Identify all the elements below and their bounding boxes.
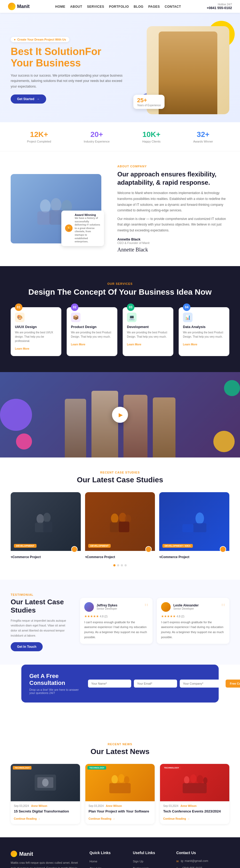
case-image-1: Development: [11, 492, 81, 551]
read-more-1[interactable]: Continue Reading →: [14, 817, 40, 820]
news-cat-2: Technology: [88, 766, 106, 770]
dot-4[interactable]: [125, 564, 127, 566]
case-badge-2: Development: [88, 544, 111, 548]
read-more-2[interactable]: Continue Reading →: [89, 817, 115, 820]
about-person-title: CEO & Founder of Manit: [117, 241, 229, 245]
hero-description: Your success is our success. We prioriti…: [11, 73, 123, 89]
service-link-2[interactable]: Learn More: [71, 343, 85, 346]
nav-contact[interactable]: Contact: [165, 5, 181, 8]
svg-rect-29: [183, 783, 207, 793]
news-grid: Technology Sep 03,2024 Anne Wilson 15 Se…: [11, 764, 229, 824]
navigation: Manit Home About Services Portfolio Blog…: [0, 0, 240, 13]
about-award-badge: 🏆 Award Winning We have a history of suc…: [61, 211, 104, 246]
get-started-button[interactable]: Get Started →: [11, 94, 46, 103]
footer-useful-links-list: Sign Up Testimonials Faq Contact: [133, 859, 168, 868]
nav-blog[interactable]: Blog: [134, 5, 143, 8]
service-icon-4: 📊: [183, 313, 193, 322]
testi-name-1: Jeffrey Dykes: [97, 603, 117, 607]
footer-link-signup[interactable]: Sign Up: [133, 860, 143, 863]
footer-link-testimonials[interactable]: Testimonials: [133, 867, 149, 868]
get-in-touch-button[interactable]: Get In Touch: [11, 642, 43, 651]
footer-email: ✉ ig: manit@gmail.com: [176, 859, 229, 864]
footer-quick-links: Quick Links Home About Us Services Lates…: [89, 851, 125, 868]
nav-pages[interactable]: Pages: [148, 5, 160, 8]
testi-text-1: I can't express enough gratitude for the…: [84, 620, 148, 640]
phone-icon-1: 📞: [176, 866, 180, 868]
about-right: About Company Our approach ensures flexi…: [117, 165, 229, 253]
consultation-company-input[interactable]: [180, 680, 223, 688]
svg-rect-13: [110, 522, 118, 532]
news-tag: Recent News: [11, 743, 229, 746]
footer-contact: Contact Us ✉ ig: manit@gmail.com 📞 (704)…: [176, 851, 229, 868]
about-tag: About Company: [117, 165, 229, 168]
news-image-3: Technology: [160, 764, 229, 801]
svg-rect-9: [43, 522, 52, 532]
about-image-wrapper: 🏆 Award Winning We have a history of suc…: [11, 174, 107, 243]
stat-projects: 12K+ Project Completed: [27, 130, 51, 143]
case-card-2: Development eCommerce Project: [85, 492, 155, 559]
services-grid: 01 🎨 UI/UX Design We are providing the b…: [11, 307, 229, 356]
svg-point-15: [196, 513, 204, 524]
service-link-4[interactable]: Learn More: [183, 343, 197, 346]
news-card-title-2: Plan Your Project with Your Software: [89, 809, 151, 814]
service-link-3[interactable]: Learn More: [127, 343, 141, 346]
hero-title: Best It SolutionFor Your Business: [11, 46, 123, 69]
case-badge-1: Development: [14, 544, 37, 548]
stat-label-projects: Project Completed: [27, 140, 51, 143]
consultation-submit-button[interactable]: Free Consultancy: [226, 680, 240, 688]
service-link-1[interactable]: Learn More: [15, 347, 29, 350]
logo[interactable]: Manit: [8, 3, 30, 10]
about-signature: Annette Black: [117, 247, 229, 253]
testimonials-desc: Fringilla neque ut imperdiet iaculis aui…: [11, 618, 69, 638]
nav-home[interactable]: Home: [55, 5, 65, 8]
svg-rect-4: [49, 210, 63, 225]
consultation-name-input[interactable]: [88, 680, 131, 688]
service-title-1: UI/UX Design: [15, 325, 57, 329]
stat-label-clients: Happy Clients: [142, 140, 161, 143]
footer-link-home[interactable]: Home: [89, 860, 97, 863]
testimonials-left: Our Latest Case Studies Fringilla neque …: [11, 598, 69, 652]
consultation-wrapper: Get A Free Consultation Drop us a line! …: [0, 664, 240, 729]
service-num-1: 01: [15, 304, 23, 311]
services-section: Our Services Design The Concept Of Your …: [0, 266, 240, 372]
consultation-title: Get A Free Consultation: [29, 673, 83, 686]
case-label-1: eCommerce Project: [11, 555, 81, 559]
news-meta-3: Sep 03,2024 Anne Wilson: [163, 804, 226, 807]
consultation-section: Get A Free Consultation Drop us a line! …: [21, 664, 219, 703]
news-body-1: Sep 03,2024 Anne Wilson 15 Secrets Digit…: [11, 801, 80, 824]
consultation-email-input[interactable]: [134, 680, 177, 688]
read-more-3[interactable]: Continue Reading →: [163, 817, 190, 820]
play-button[interactable]: [112, 407, 128, 423]
nav-portfolio[interactable]: Portfolio: [109, 5, 129, 8]
dot-3[interactable]: [121, 564, 123, 566]
testi-stars-1: ★★★★★ 4.8 (2): [84, 614, 148, 618]
stat-label-awards: Awards Winner: [193, 140, 213, 143]
footer-link-about[interactable]: About Us: [89, 867, 101, 868]
services-tag: Our Services: [11, 282, 229, 285]
news-body-2: Sep 03,2024 Anne Wilson Plan Your Projec…: [85, 801, 155, 824]
hero-right: 25+ Years of Experience: [147, 26, 229, 114]
carousel-dots: [11, 564, 229, 566]
svg-point-0: [40, 199, 51, 213]
stat-num-clients: 10K+: [142, 130, 161, 139]
nav-about[interactable]: About: [70, 5, 82, 8]
dot-1[interactable]: [113, 564, 115, 566]
testimonials-section: Testimonial Our Latest Case Studies Frin…: [0, 580, 240, 665]
testi-top-2: Leslie Alexander Senior Developer: [161, 602, 221, 612]
service-icon-2: 📦: [71, 313, 80, 322]
testimonials-tag: Testimonial: [11, 593, 229, 596]
testimonial-card-2: " Leslie Alexander Senior Developer ★★★★…: [157, 598, 229, 644]
hero-person: [159, 31, 217, 114]
news-meta-1: Sep 03,2024 Anne Wilson: [14, 804, 77, 807]
svg-rect-3: [37, 211, 51, 225]
svg-rect-8: [35, 523, 44, 532]
news-card-title-1: 15 Secrets Digital Transformation: [14, 809, 77, 814]
stat-awards: 32+ Awards Winner: [193, 130, 213, 143]
nav-services[interactable]: Services: [87, 5, 104, 8]
email-icon: ✉: [176, 859, 179, 864]
dot-2[interactable]: [117, 564, 119, 566]
case-badge-3: Development / Idea: [162, 544, 193, 548]
service-icon-3: 💻: [127, 313, 137, 322]
testi-role-2: Senior Developer: [173, 607, 199, 610]
svg-rect-17: [182, 524, 194, 532]
